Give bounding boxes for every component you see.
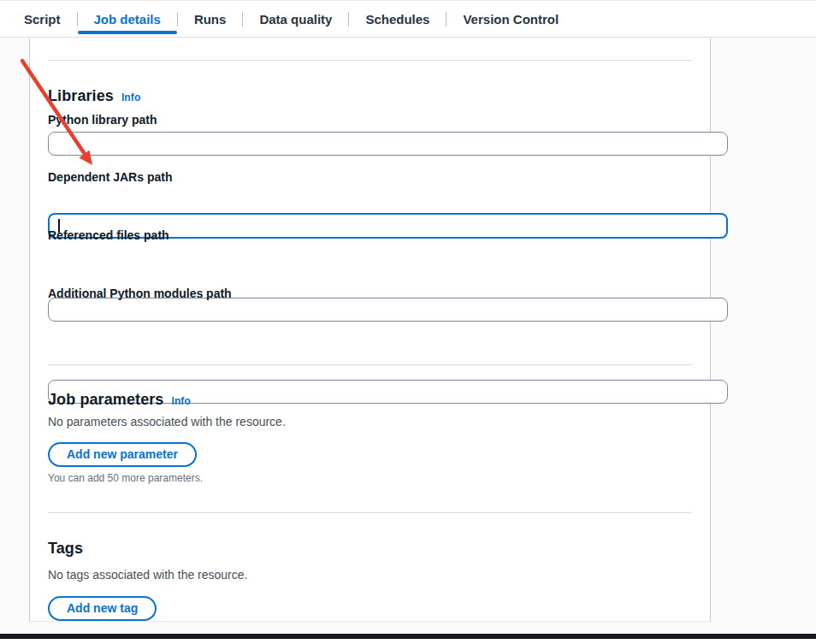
tab-schedules[interactable]: Schedules	[349, 1, 446, 37]
tab-job-details[interactable]: Job details	[78, 1, 177, 37]
referenced-files-path-label: Referenced files path	[48, 228, 692, 242]
section-divider	[48, 364, 692, 365]
tab-runs[interactable]: Runs	[178, 1, 243, 37]
additional-python-modules-path-label: Additional Python modules path	[48, 287, 692, 300]
job-parameters-section-heading: Job parameters Info	[48, 391, 692, 409]
add-tag-row: Add new tag	[48, 596, 692, 621]
add-new-parameter-button[interactable]: Add new parameter	[48, 442, 197, 467]
tab-version-control[interactable]: Version Control	[446, 1, 575, 37]
tab-bar: Script Job details Runs Data quality Sch…	[0, 1, 816, 38]
tags-section-heading: Tags	[48, 540, 692, 558]
libraries-info-link[interactable]: Info	[121, 92, 140, 103]
libraries-title: Libraries	[48, 87, 114, 105]
tags-title: Tags	[48, 540, 83, 558]
python-library-path-input[interactable]	[48, 132, 728, 156]
referenced-files-path-field	[48, 298, 728, 322]
job-parameters-empty-message: No parameters associated with the resour…	[48, 415, 692, 428]
python-library-path-field	[48, 132, 728, 156]
libraries-section-heading: Libraries Info	[48, 87, 692, 105]
tags-empty-message: No tags associated with the resource.	[48, 568, 692, 582]
referenced-files-path-input[interactable]	[48, 298, 728, 322]
section-divider	[48, 512, 692, 513]
job-parameters-info-link[interactable]: Info	[171, 395, 190, 407]
tab-data-quality[interactable]: Data quality	[243, 1, 348, 37]
add-parameter-row: Add new parameter	[48, 442, 692, 467]
dependent-jars-path-label: Dependent JARs path	[48, 170, 692, 184]
section-divider	[48, 60, 692, 61]
window-bottom-bar	[0, 634, 816, 639]
job-parameters-title: Job parameters	[48, 391, 163, 409]
add-new-tag-button[interactable]: Add new tag	[48, 596, 157, 621]
tab-script[interactable]: Script	[8, 1, 77, 37]
job-details-panel: Libraries Info Python library path Depen…	[29, 38, 711, 622]
parameter-limit-hint: You can add 50 more parameters.	[48, 472, 692, 484]
python-library-path-label: Python library path	[48, 113, 692, 127]
